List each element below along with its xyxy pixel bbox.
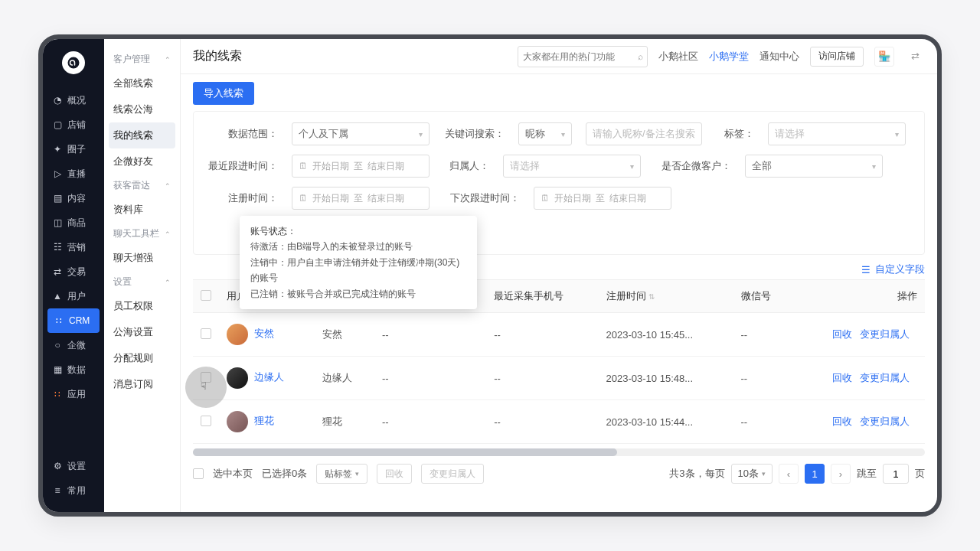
page-size-select[interactable]: 10条▾ (731, 464, 773, 484)
search-input[interactable] (523, 51, 638, 62)
tag-label: 标签： (716, 127, 754, 141)
row-recover-link[interactable]: 回收 (832, 328, 852, 340)
cell-name: 狸花 (315, 400, 374, 444)
wecom-select[interactable]: 全部▾ (745, 155, 883, 178)
bulk-reassign-button[interactable]: 变更归属人 (421, 464, 484, 484)
next-label: 下次跟进时间： (443, 191, 520, 205)
nav-wecom[interactable]: ○企微 (43, 333, 104, 357)
import-leads-button[interactable]: 导入线索 (193, 82, 254, 105)
link-community[interactable]: 小鹅社区 (658, 50, 698, 64)
nav-goods[interactable]: ◫商品 (43, 210, 104, 235)
data-icon: ▦ (52, 364, 63, 375)
subnav-assign-rules[interactable]: 分配规则 (104, 345, 180, 371)
nav-data[interactable]: ▦数据 (43, 357, 104, 382)
store-icon: 🏪 (878, 51, 890, 62)
chevron-up-icon: ⌃ (165, 279, 171, 286)
crm-icon: ∷ (54, 315, 64, 326)
jump-label: 跳至 (857, 467, 877, 481)
chevron-down-icon: ▾ (895, 130, 899, 139)
global-search[interactable]: ⌕ (518, 46, 648, 67)
select-all-checkbox[interactable] (201, 290, 211, 301)
prev-page-button[interactable]: ‹ (779, 464, 799, 484)
table-row: 狸花狸花----2023-03-10 15:44...--回收变更归属人 (193, 400, 925, 444)
row-checkbox[interactable] (201, 328, 211, 339)
reg-label: 注册时间： (207, 191, 278, 205)
table-footer: 选中本页 已选择0条 贴标签▾ 回收 变更归属人 共3条，每页 10条▾ ‹ 1… (193, 456, 925, 484)
reg-date-range[interactable]: 🗓开始日期至结束日期 (292, 187, 430, 210)
subnav-wecom-friends[interactable]: 企微好友 (104, 148, 180, 174)
nav-user[interactable]: ▲用户 (43, 284, 104, 308)
nav-live[interactable]: ▷直播 (43, 161, 104, 186)
row-reassign-link[interactable]: 变更归属人 (860, 328, 910, 340)
row-checkbox[interactable] (201, 416, 211, 426)
follow-date-range[interactable]: 🗓开始日期至结束日期 (292, 155, 430, 178)
subnav-group-chat[interactable]: 聊天工具栏⌃ (104, 223, 180, 245)
visit-shop-button[interactable]: 访问店铺 (810, 47, 864, 67)
shop-switch-button[interactable]: 🏪 (874, 47, 894, 67)
nav-frequent[interactable]: ≡常用 (43, 478, 104, 503)
subnav-group-settings[interactable]: 设置⌃ (104, 271, 180, 293)
nav-crm[interactable]: ∷CRM (47, 308, 100, 333)
nav-circle[interactable]: ✦圈子 (43, 137, 104, 161)
subnav-group-radar[interactable]: 获客雷达⌃ (104, 174, 180, 197)
cell-name: 边缘人 (315, 357, 374, 400)
subnav-public-settings[interactable]: 公海设置 (104, 319, 180, 345)
page-unit: 页 (915, 467, 925, 481)
user-link[interactable]: 狸花 (254, 415, 274, 426)
nav-overview[interactable]: ◔概况 (43, 88, 104, 112)
row-checkbox[interactable] (201, 372, 211, 383)
subnav-all-leads[interactable]: 全部线索 (104, 70, 180, 96)
user-link[interactable]: 边缘人 (254, 371, 284, 383)
tooltip-line: 待激活：由B端导入的未被登录过的账号 (250, 239, 466, 254)
link-notice[interactable]: 通知中心 (760, 50, 799, 64)
subnav-group-customers[interactable]: 客户管理⌃ (104, 48, 180, 70)
apps-icon: ∷ (52, 389, 63, 399)
subnav-library[interactable]: 资料库 (104, 197, 180, 223)
scrollbar-thumb[interactable] (193, 448, 617, 456)
next-date-range[interactable]: 🗓开始日期至结束日期 (534, 187, 671, 210)
tooltip-title: 账号状态： (250, 223, 466, 239)
row-recover-link[interactable]: 回收 (832, 416, 852, 427)
row-reassign-link[interactable]: 变更归属人 (860, 416, 910, 427)
tag-select[interactable]: 请选择▾ (768, 122, 906, 145)
horizontal-scrollbar[interactable] (193, 448, 925, 456)
subnav-msg-sub[interactable]: 消息订阅 (104, 371, 180, 397)
chevron-down-icon: ▾ (630, 162, 634, 171)
subnav-my-leads[interactable]: 我的线索 (109, 122, 175, 148)
avatar (227, 367, 248, 389)
select-page-checkbox[interactable] (193, 468, 204, 479)
nav-apps[interactable]: ∷应用 (43, 382, 104, 406)
user-link[interactable]: 安然 (254, 328, 274, 339)
row-recover-link[interactable]: 回收 (832, 372, 852, 383)
col-reg[interactable]: 注册时间 ⇅ (599, 280, 733, 313)
link-school[interactable]: 小鹅学堂 (709, 50, 749, 64)
nav-marketing[interactable]: ☷营销 (43, 235, 104, 259)
nav-trade[interactable]: ⇄交易 (43, 259, 104, 284)
keyword-type-select[interactable]: 昵称▾ (518, 122, 572, 145)
jump-page-input[interactable] (883, 464, 909, 484)
scope-label: 数据范围： (207, 127, 278, 141)
nav-settings[interactable]: ⚙设置 (43, 454, 104, 478)
col-wx: 微信号 (733, 280, 793, 313)
wecom-icon: ○ (52, 340, 63, 350)
nav-shop[interactable]: ▢店铺 (43, 112, 104, 137)
bulk-recover-button[interactable]: 回收 (377, 464, 412, 484)
subnav-staff-perm[interactable]: 员工权限 (104, 293, 180, 319)
row-reassign-link[interactable]: 变更归属人 (860, 372, 910, 383)
subnav-chat-enhance[interactable]: 聊天增强 (104, 245, 180, 271)
nav-content[interactable]: ▤内容 (43, 186, 104, 210)
scope-select[interactable]: 个人及下属▾ (292, 122, 430, 145)
next-page-button[interactable]: › (831, 464, 851, 484)
page-1-button[interactable]: 1 (805, 464, 825, 484)
subnav-public-leads[interactable]: 线索公海 (104, 96, 180, 122)
swap-button[interactable]: ⇄ (905, 47, 925, 67)
cell-phone1: -- (374, 400, 486, 444)
custom-fields-button[interactable]: ☰自定义字段 (861, 262, 925, 276)
chevron-up-icon: ⌃ (165, 230, 171, 238)
sliders-icon: ☰ (861, 264, 871, 276)
owner-select[interactable]: 请选择▾ (503, 155, 641, 178)
chevron-down-icon: ▾ (872, 162, 876, 171)
shop-icon: ▢ (52, 119, 63, 130)
bulk-tag-button[interactable]: 贴标签▾ (316, 464, 368, 484)
keyword-input[interactable]: 请输入昵称/备注名搜索 (586, 122, 702, 145)
